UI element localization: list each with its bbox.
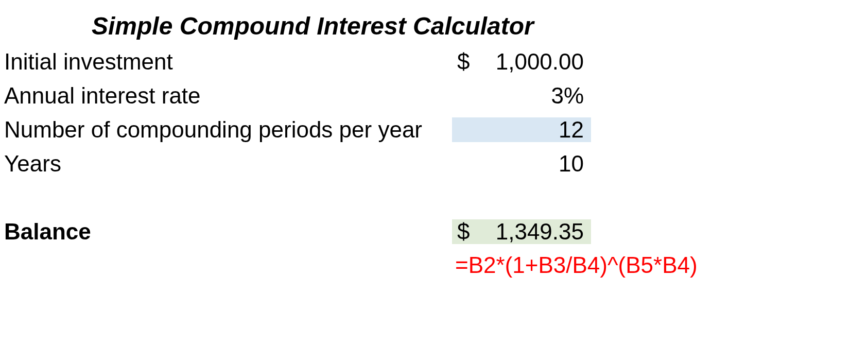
cell-compounding-periods[interactable]: 12 [452,117,591,142]
value-initial-investment: 1,000.00 [496,49,584,74]
calculator-title: Simple Compound Interest Calculator [4,12,534,40]
row-annual-rate: Annual interest rate 3% [4,74,858,108]
row-balance: Balance $ 1,349.35 [4,210,858,244]
row-initial-investment: Initial investment $ 1,000.00 [4,40,858,74]
currency-symbol: $ [452,219,470,244]
spreadsheet-view: Simple Compound Interest Calculator Init… [0,0,868,345]
label-balance: Balance [4,219,452,244]
label-annual-rate: Annual interest rate [4,83,452,108]
label-initial-investment: Initial investment [4,49,452,74]
value-years: 10 [559,151,584,176]
cell-annual-rate[interactable]: 3% [452,83,591,108]
title-row: Simple Compound Interest Calculator [4,6,858,40]
row-formula: =B2*(1+B3/B4)^(B5*B4) [4,244,858,278]
cell-balance[interactable]: $ 1,349.35 [452,219,591,244]
row-years: Years 10 [4,142,858,176]
formula-text: =B2*(1+B3/B4)^(B5*B4) [452,252,698,278]
spacer-row [4,176,858,210]
value-compounding-periods: 12 [559,117,584,142]
value-annual-rate: 3% [551,83,584,108]
label-compounding-periods: Number of compounding periods per year [4,117,452,142]
label-years: Years [4,151,452,176]
value-balance: 1,349.35 [496,219,584,244]
row-compounding-periods: Number of compounding periods per year 1… [4,108,858,142]
cell-years[interactable]: 10 [452,151,591,176]
cell-initial-investment[interactable]: $ 1,000.00 [452,49,591,74]
currency-symbol: $ [452,49,470,74]
